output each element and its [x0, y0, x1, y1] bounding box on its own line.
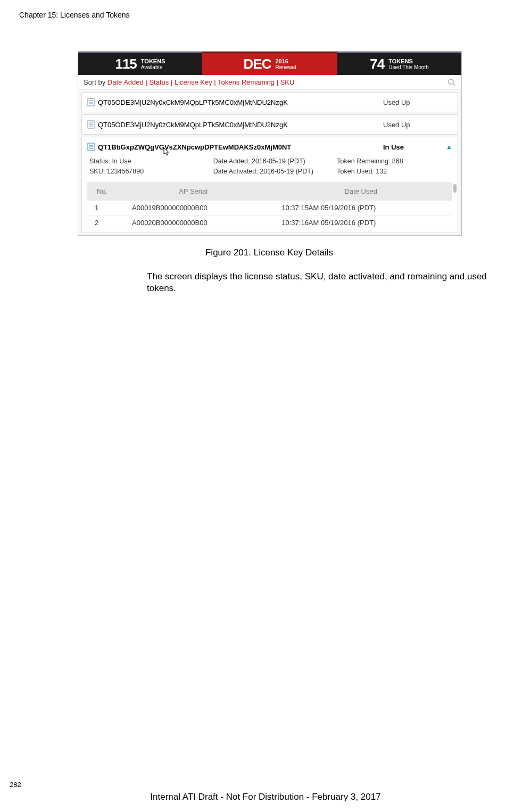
stat-label: 2016Renewal [275, 58, 296, 70]
search-icon[interactable] [447, 78, 456, 87]
detail-status: Status: In Use [89, 156, 203, 167]
details-col-status: Status: In Use SKU: 1234567890 [89, 156, 203, 177]
license-row-expanded: QT1BbGxpZWQgVGVsZXNpcwpDPTEwMDAKSz0xMjM0… [81, 137, 458, 233]
details-col-dates: Date Added: 2016-05-19 (PDT) Date Activa… [213, 156, 327, 177]
cursor-icon [162, 147, 171, 159]
footer-text: Internal ATI Draft - Not For Distributio… [0, 792, 531, 802]
cell-no: 2 [87, 219, 125, 227]
cell-no: 1 [87, 204, 125, 212]
detail-sku: SKU: 1234567890 [89, 167, 203, 177]
figure-caption: Figure 201. License Key Details [78, 247, 461, 258]
svg-line-1 [453, 84, 455, 86]
stat-label: TOKENSAvailable [141, 58, 165, 70]
license-status: Used Up [383, 121, 452, 129]
stat-value: 74 [370, 56, 384, 72]
scrollbar[interactable] [452, 182, 457, 230]
document-icon [87, 143, 95, 151]
license-row-header[interactable]: QT1BbGxpZWQgVGVsZXNpcwpDPTEwMDAKSz0xMjM0… [82, 137, 458, 154]
ap-usage-table: No. AP Serial Date Used 1 A00019B0000000… [87, 182, 452, 230]
sort-link-license-key[interactable]: License Key [175, 78, 212, 86]
th-date: Date Used [269, 187, 452, 195]
stat-value: DEC [244, 56, 271, 72]
stat-label: TOKENSUsed This Month [388, 58, 428, 70]
table-row: 1 A00019B000000000B00 10:37:15AM 05/19/2… [87, 201, 452, 216]
stat-value: 115 [115, 56, 136, 72]
cell-date: 10:37:15AM 05/19/2016 (PDT) [274, 204, 452, 212]
chevron-up-icon[interactable]: ▲ [446, 143, 452, 151]
sort-link-sku[interactable]: SKU [280, 78, 295, 86]
stat-renewal: DEC 2016Renewal [202, 52, 337, 75]
sort-row: Sort by Date Added | Status | License Ke… [78, 75, 461, 90]
detail-token-remaining: Token Remaining: 868 [337, 156, 450, 167]
license-key: QT1BbGxpZWQgVGVsZXNpcwpDPTEwMDAKSz0xMjM0… [98, 143, 383, 151]
license-screenshot: 115 TOKENSAvailable DEC 2016Renewal 74 T… [78, 51, 462, 236]
detail-token-used: Token Used: 132 [337, 167, 450, 177]
license-details: Status: In Use SKU: 1234567890 Date Adde… [82, 154, 458, 182]
body-paragraph: The screen displays the license status, … [147, 271, 509, 295]
page-number: 282 [10, 781, 21, 789]
cell-serial: A00019B000000000B00 [125, 204, 274, 212]
table-row: 2 A00020B000000000B00 10:37:16AM 05/19/2… [87, 216, 452, 230]
license-row[interactable]: QT05ODE3MjU2Ny0xCkM9MQpLPTk5MC0xMjMtNDU2… [81, 92, 458, 112]
license-row[interactable]: QT05ODE3MjU2Ny0zCkM9MQpLPTk5MC0xMjMtNDU2… [81, 114, 458, 135]
license-status: Used Up [383, 98, 452, 106]
th-no: No. [87, 187, 117, 195]
sort-link-date-added[interactable]: Date Added [107, 78, 144, 86]
license-key: QT05ODE3MjU2Ny0zCkM9MQpLPTk5MC0xMjMtNDU2… [98, 121, 383, 129]
document-icon [87, 120, 95, 129]
th-serial: AP Serial [117, 187, 269, 195]
detail-date-added: Date Added: 2016-05-19 (PDT) [213, 156, 327, 167]
stat-tokens-used: 74 TOKENSUsed This Month [337, 52, 461, 75]
cell-serial: A00020B000000000B00 [125, 219, 274, 227]
details-col-tokens: Token Remaining: 868 Token Used: 132 [337, 156, 450, 177]
license-status: In Use [383, 143, 452, 151]
scrollbar-thumb[interactable] [453, 184, 457, 193]
stats-bar: 115 TOKENSAvailable DEC 2016Renewal 74 T… [78, 52, 461, 75]
detail-date-activated: Date Activated: 2016-05-19 (PDT) [213, 167, 327, 177]
cell-date: 10:37:16AM 05/19/2016 (PDT) [274, 219, 452, 227]
sort-prefix: Sort by [84, 78, 105, 86]
stat-tokens-available: 115 TOKENSAvailable [78, 52, 202, 75]
chapter-title: Chapter 15: Licenses and Tokens [19, 11, 512, 19]
license-key: QT05ODE3MjU2Ny0xCkM9MQpLPTk5MC0xMjMtNDU2… [98, 98, 383, 106]
sort-link-status[interactable]: Status [149, 78, 169, 86]
svg-point-0 [449, 79, 453, 84]
sort-link-tokens-remaining[interactable]: Tokens Remaining [218, 78, 275, 86]
table-header: No. AP Serial Date Used [87, 182, 452, 201]
document-icon [87, 98, 95, 106]
